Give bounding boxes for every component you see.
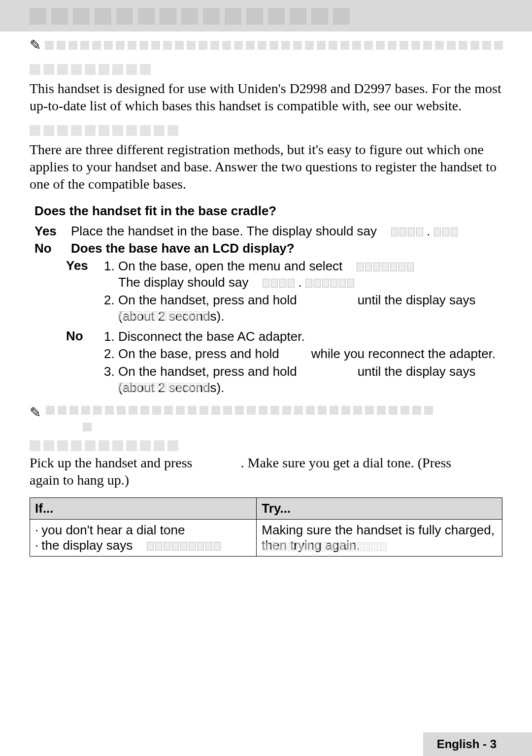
- placeholder-square: [246, 8, 263, 25]
- table-header-row: If... Try...: [30, 498, 502, 520]
- placeholder-square: [411, 41, 420, 50]
- note-row: ✎: [30, 38, 502, 52]
- placeholder-square: [140, 125, 151, 136]
- placeholder-square: [187, 41, 196, 50]
- placeholder-square: [116, 8, 133, 25]
- placeholder-square: [139, 41, 148, 50]
- placeholder-square: [126, 440, 137, 451]
- placeholder-square: [459, 41, 467, 50]
- placeholder-square: [269, 41, 278, 50]
- placeholder-square: [43, 440, 54, 451]
- step-text: On the handset, press and hold: [118, 293, 297, 307]
- placeholder-square: [311, 8, 328, 25]
- placeholder-square: [282, 406, 291, 415]
- yes-label: Yes: [66, 258, 93, 326]
- placeholder-square: [210, 41, 219, 50]
- about-2-seconds: (about 2 seconds).: [118, 380, 224, 395]
- intro-paragraph: This handset is designed for use with Un…: [30, 80, 502, 114]
- table-cell-if: · you don't hear a dial tone · the displ…: [30, 520, 257, 557]
- placeholder-square: [152, 406, 161, 415]
- subheading-placeholder-row: [30, 440, 502, 451]
- placeholder-square: [73, 8, 90, 25]
- placeholder-square: [234, 41, 243, 50]
- placeholder-square: [51, 8, 68, 25]
- placeholder-square: [85, 64, 96, 75]
- placeholder-square: [57, 440, 68, 451]
- subheading-placeholder-row: [30, 125, 502, 136]
- placeholder-square: [281, 41, 290, 50]
- step: Disconnect the base AC adapter.: [118, 329, 502, 345]
- header-placeholder-row: [30, 8, 502, 25]
- placeholder-square: [85, 440, 96, 451]
- placeholder-square: [45, 41, 54, 50]
- q2-no-steps: Disconnect the base AC adapter. On the b…: [102, 329, 502, 396]
- display-text-placeholder: [305, 279, 354, 288]
- placeholder-square: [138, 8, 155, 25]
- pencil-icon: ✎: [30, 406, 41, 420]
- placeholder-square: [200, 406, 208, 415]
- placeholder-square: [365, 406, 374, 415]
- step: On the base, open the menu and select Th…: [118, 258, 502, 291]
- q2-no-block: No Disconnect the base AC adapter. On th…: [66, 329, 502, 397]
- display-text-placeholder: [147, 542, 221, 551]
- placeholder-square: [494, 41, 503, 50]
- registration-intro: There are three different registration m…: [30, 141, 502, 193]
- placeholder-square: [176, 406, 185, 415]
- placeholder-square: [151, 41, 160, 50]
- placeholder-square: [46, 406, 55, 415]
- q1-yes-text: Place the handset in the base. The displ…: [71, 224, 377, 238]
- placeholder-square: [57, 125, 68, 136]
- table-header-if: If...: [30, 498, 257, 520]
- placeholder-square: [435, 41, 444, 50]
- placeholder-square: [154, 440, 165, 451]
- placeholder-square: [247, 406, 256, 415]
- step-text: until the display says: [358, 293, 476, 307]
- display-text-placeholder: [434, 228, 458, 236]
- placeholder-square: [126, 64, 137, 75]
- section-header-banner: [0, 0, 532, 32]
- placeholder-square: [364, 41, 373, 50]
- placeholder-square: [99, 64, 109, 75]
- try-cell-text: Making sure the handset is fully charged…: [262, 523, 495, 553]
- table-header-try: Try...: [257, 498, 502, 520]
- yes-label: Yes: [34, 224, 61, 239]
- document-page: ✎ This handset is designed for use with …: [0, 0, 532, 756]
- placeholder-square: [259, 406, 267, 415]
- placeholder-square: [112, 440, 123, 451]
- placeholder-square: [340, 41, 349, 50]
- placeholder-square: [105, 406, 114, 415]
- placeholder-square: [447, 41, 456, 50]
- placeholder-square: [175, 41, 184, 50]
- placeholder-square: [92, 41, 101, 50]
- placeholder-square: [112, 125, 123, 136]
- bullet-item: · the display says: [35, 538, 251, 553]
- placeholder-square: [225, 8, 241, 25]
- placeholder-square: [188, 406, 197, 415]
- placeholder-square: [85, 125, 96, 136]
- placeholder-square: [128, 41, 136, 50]
- placeholder-square: [329, 41, 337, 50]
- placeholder-square: [330, 406, 338, 415]
- placeholder-square: [69, 406, 78, 415]
- step-text: On the base, open the menu and select: [118, 259, 342, 273]
- placeholder-square: [377, 406, 386, 415]
- placeholder-square: [167, 440, 178, 451]
- placeholder-square: [57, 41, 66, 50]
- placeholder-square: [305, 41, 314, 50]
- placeholder-square: [68, 41, 77, 50]
- overlay-text: Making sure the handset is fully charged…: [262, 523, 497, 553]
- placeholder-square: [294, 406, 303, 415]
- subheading-placeholder-row: [30, 64, 502, 75]
- step-text: On the handset, press and hold: [118, 364, 297, 379]
- placeholder-square: [400, 406, 409, 415]
- placeholder-square: [389, 406, 398, 415]
- placeholder-square: [126, 125, 137, 136]
- step-text: The display should say: [118, 275, 248, 290]
- note-placeholder-run: [83, 423, 502, 431]
- step-text: until the display says: [358, 364, 476, 379]
- placeholder-square: [352, 41, 361, 50]
- placeholder-square: [470, 41, 479, 50]
- bullet-text: you don't hear a dial tone: [41, 523, 185, 538]
- placeholder-square: [93, 406, 102, 415]
- placeholder-square: [160, 8, 176, 25]
